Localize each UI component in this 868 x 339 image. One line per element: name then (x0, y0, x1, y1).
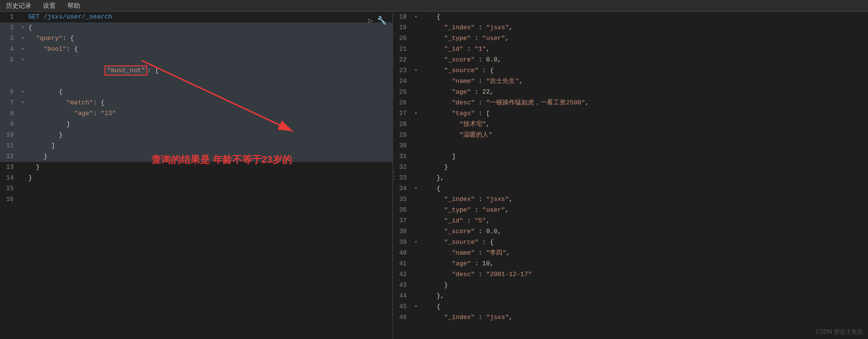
settings-icon[interactable]: 🔧 (377, 16, 387, 25)
code-line-4: 4 ▾ "bool": { (0, 44, 393, 55)
code-line-16: 16 (0, 194, 393, 205)
right-line-23: 23 ▾ "_source" : { (393, 65, 868, 76)
right-line-30: 30 (393, 140, 868, 151)
main-container: ▷ 🔧 1 GET /jsxs/user/_search 2 ▾ { (0, 12, 868, 339)
code-line-3: 3 ▾ "query": { (0, 33, 393, 44)
menu-settings[interactable]: 设置 (41, 0, 58, 11)
code-line-14: 14 } (0, 173, 393, 183)
right-line-34: 34 ▾ { (393, 183, 868, 194)
right-code-area: 18 ▾ { 19 "_index" : "jsxs", 20 "_type" … (393, 12, 868, 339)
right-line-26: 26 "desc" : "一顿操作猛如虎，一看工资2500", (393, 98, 868, 108)
right-line-20: 20 "_type" : "user", (393, 33, 868, 44)
right-line-18: 18 ▾ { (393, 12, 868, 22)
left-panel: ▷ 🔧 1 GET /jsxs/user/_search 2 ▾ { (0, 12, 393, 339)
right-line-29: 29 "温暖的人" (393, 130, 868, 140)
code-line-7: 7 ▾ "match": { (0, 98, 393, 108)
right-line-44: 44 }, (393, 291, 868, 301)
code-line-13: 13 } (0, 162, 393, 173)
right-line-41: 41 "age" : 10, (393, 259, 868, 269)
right-line-22: 22 "_score" : 0.0, (393, 55, 868, 65)
editor-icons[interactable]: ▷ 🔧 (368, 16, 387, 25)
menubar: 历史记录 设置 帮助 (0, 0, 868, 12)
menu-history[interactable]: 历史记录 (4, 0, 33, 11)
left-code-table: 1 GET /jsxs/user/_search 2 ▾ { 3 ▾ (0, 12, 393, 205)
right-line-25: 25 "age" : 22, (393, 87, 868, 98)
right-panel: 18 ▾ { 19 "_index" : "jsxs", 20 "_type" … (393, 12, 868, 339)
code-line-5: 5 ▾ "must_not": [ (0, 55, 393, 87)
code-line-10: 10 } (0, 130, 393, 140)
right-line-36: 36 "_type" : "user", (393, 205, 868, 216)
right-code-table: 18 ▾ { 19 "_index" : "jsxs", 20 "_type" … (393, 12, 868, 323)
menu-help[interactable]: 帮助 (65, 0, 82, 11)
run-icon[interactable]: ▷ (368, 16, 373, 25)
divider-dots: ⋮ (389, 169, 399, 181)
right-line-45: 45 ▾ { (393, 301, 868, 312)
code-line-15: 15 (0, 183, 393, 194)
right-line-46: 46 "_index" : "jsxs", (393, 312, 868, 323)
right-line-39: 39 ▾ "_source" : { (393, 237, 868, 248)
code-line-9: 9 } (0, 119, 393, 130)
code-line-8: 8 "age": "23" (0, 108, 393, 119)
right-line-38: 38 "_score" : 0.0, (393, 226, 868, 237)
right-line-33: 33 }, (393, 173, 868, 183)
right-line-31: 31 ] (393, 151, 868, 162)
code-line-1: 1 GET /jsxs/user/_search (0, 12, 393, 22)
right-line-28: 28 "技术宅", (393, 119, 868, 130)
code-line-11: 11 ] (0, 140, 393, 151)
right-line-35: 35 "_index" : "jsxs", (393, 194, 868, 205)
right-line-21: 21 "_id" : "1", (393, 44, 868, 55)
code-line-2: 2 ▾ { (0, 22, 393, 33)
right-line-42: 42 "desc" : "2001-12-17" (393, 269, 868, 280)
right-line-43: 43 } (393, 280, 868, 291)
right-line-19: 19 "_index" : "jsxs", (393, 22, 868, 33)
code-line-12: 12 } (0, 151, 393, 162)
watermark: CSDN @吉士先生 (815, 328, 863, 336)
right-line-32: 32 } (393, 162, 868, 173)
right-line-37: 37 "_id" : "5", (393, 216, 868, 226)
code-line-6: 6 ▾ { (0, 87, 393, 98)
right-line-27: 27 ▾ "tags" : [ (393, 108, 868, 119)
right-line-24: 24 "name" : "吉士先生", (393, 76, 868, 87)
right-line-40: 40 "name" : "李四", (393, 248, 868, 259)
